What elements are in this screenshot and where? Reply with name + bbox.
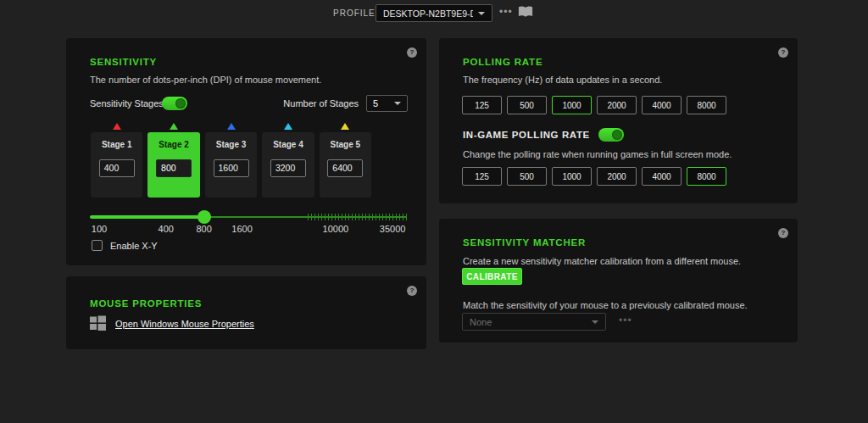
enable-xy-checkbox[interactable]	[92, 240, 103, 251]
sensitivity-stages-toggle[interactable]	[162, 97, 187, 110]
stage-label: Stage 1	[102, 140, 132, 149]
stage-card-5[interactable]: Stage 5 6400	[320, 132, 371, 198]
stage-card-1[interactable]: Stage 1 400	[91, 132, 142, 198]
polling-rate-button[interactable]: 500	[507, 96, 547, 114]
scale-label: 1600	[231, 224, 252, 234]
ingame-polling-description: Change the polling rate when running gam…	[463, 149, 732, 159]
ingame-polling-toggle[interactable]	[598, 128, 624, 142]
stage-marker-2	[170, 123, 178, 130]
scale-label: 10000	[323, 224, 349, 234]
toggle-knob	[612, 130, 622, 140]
toggle-knob	[175, 98, 186, 109]
sensitivity-description: The number of dots-per-inch (DPI) of mou…	[90, 75, 321, 85]
stage-cards-row: Stage 1 400 Stage 2 800 Stage 3 1600 Sta…	[91, 132, 371, 198]
sensitivity-panel: ? SENSITIVITY The number of dots-per-inc…	[66, 38, 426, 265]
stage-card-2[interactable]: Stage 2 800	[147, 132, 199, 198]
guide-book-icon[interactable]	[518, 6, 533, 19]
ingame-polling-button[interactable]: 500	[507, 167, 547, 186]
enable-xy-label: Enable X-Y	[110, 241, 158, 251]
ingame-polling-button[interactable]: 4000	[642, 167, 682, 186]
profile-dropdown-value: DESKTOP-N2BT9E9-D...	[383, 8, 473, 19]
help-icon[interactable]: ?	[778, 228, 788, 238]
ingame-polling-button[interactable]: 125	[462, 167, 502, 186]
stage-dpi-input[interactable]: 800	[156, 159, 192, 177]
number-of-stages-value: 5	[373, 98, 378, 109]
top-bar: PROFILE DESKTOP-N2BT9E9-D... •••	[0, 0, 868, 37]
stage-label: Stage 5	[331, 140, 361, 149]
polling-rate-button[interactable]: 1000	[552, 96, 592, 114]
sensitivity-matcher-panel: ? SENSITIVITY MATCHER Create a new sensi…	[439, 219, 798, 342]
slider-ticks	[305, 214, 407, 220]
polling-rate-button[interactable]: 8000	[687, 96, 726, 114]
polling-rate-title: POLLING RATE	[463, 57, 542, 67]
slider-scale-labels: 100 400 800 1600 10000 35000	[90, 224, 407, 236]
chevron-down-icon	[478, 12, 485, 15]
stage-dpi-input[interactable]: 1600	[214, 159, 249, 177]
calibrate-button[interactable]: CALIBRATE	[462, 268, 522, 285]
scale-label: 35000	[380, 224, 406, 234]
polling-rate-options: 125 500 1000 2000 4000 8000	[462, 96, 726, 114]
stage-marker-1	[113, 123, 121, 130]
calibrated-mouse-value: None	[470, 317, 492, 327]
sensitivity-title: SENSITIVITY	[90, 57, 157, 67]
stage-marker-5	[341, 123, 349, 130]
open-windows-mouse-properties-link[interactable]: Open Windows Mouse Properties	[115, 319, 254, 329]
calibrated-mouse-dropdown[interactable]: None	[462, 313, 606, 331]
chevron-down-icon	[592, 320, 598, 324]
stage-marker-3	[227, 123, 236, 130]
polling-rate-button[interactable]: 125	[462, 96, 502, 114]
polling-rate-description: The frequency (Hz) of data updates in a …	[463, 75, 662, 85]
help-icon[interactable]: ?	[407, 47, 417, 58]
chevron-down-icon	[394, 102, 401, 105]
ingame-polling-row: IN-GAME POLLING RATE	[463, 128, 624, 142]
slider-thumb[interactable]	[198, 210, 211, 224]
stage-marker-row	[91, 123, 371, 130]
matcher-description-2: Match the sensitivity of your mouse to a…	[463, 300, 748, 310]
scale-label: 800	[196, 224, 211, 234]
stage-label: Stage 3	[216, 140, 247, 149]
polling-rate-button[interactable]: 4000	[642, 96, 682, 114]
matcher-description-1: Create a new sensitivity matcher calibra…	[463, 256, 741, 266]
matcher-more-options-icon[interactable]: •••	[619, 314, 632, 326]
more-options-icon[interactable]: •••	[499, 6, 513, 18]
profile-dropdown[interactable]: DESKTOP-N2BT9E9-D...	[376, 4, 492, 22]
mouse-properties-row: Open Windows Mouse Properties	[90, 315, 254, 331]
sensitivity-matcher-title: SENSITIVITY MATCHER	[463, 237, 586, 248]
windows-logo-icon	[90, 315, 106, 331]
sensitivity-stages-label: Sensitivity Stages	[90, 98, 164, 109]
stage-label: Stage 2	[159, 140, 189, 149]
stage-area: Stage 1 400 Stage 2 800 Stage 3 1600 Sta…	[91, 123, 371, 198]
scale-label: 100	[92, 224, 107, 234]
stage-marker-4	[284, 123, 292, 130]
mouse-properties-panel: ? MOUSE PROPERTIES Open Windows Mouse Pr…	[66, 276, 426, 349]
number-of-stages-label: Number of Stages	[283, 98, 359, 109]
polling-rate-panel: ? POLLING RATE The frequency (Hz) of dat…	[439, 38, 798, 203]
polling-rate-button[interactable]: 2000	[597, 96, 637, 114]
ingame-polling-title: IN-GAME POLLING RATE	[463, 130, 590, 140]
number-of-stages-dropdown[interactable]: 5	[366, 95, 408, 112]
stage-dpi-input[interactable]: 6400	[327, 159, 363, 177]
help-icon[interactable]: ?	[778, 47, 788, 58]
ingame-polling-options: 125 500 1000 2000 4000 8000	[462, 167, 726, 186]
stage-label: Stage 4	[273, 140, 303, 149]
profile-label: PROFILE	[333, 8, 376, 18]
stage-dpi-input[interactable]: 3200	[270, 159, 306, 177]
stage-card-3[interactable]: Stage 3 1600	[205, 132, 257, 198]
stage-card-4[interactable]: Stage 4 3200	[262, 132, 314, 198]
stage-dpi-input[interactable]: 400	[99, 159, 135, 177]
mouse-properties-title: MOUSE PROPERTIES	[90, 298, 202, 309]
enable-xy-row: Enable X-Y	[92, 240, 158, 251]
help-icon[interactable]: ?	[407, 286, 417, 296]
scale-label: 400	[159, 224, 174, 234]
ingame-polling-button[interactable]: 2000	[597, 167, 637, 186]
dpi-slider[interactable]	[90, 210, 407, 224]
ingame-polling-button[interactable]: 1000	[552, 167, 592, 186]
ingame-polling-button[interactable]: 8000	[687, 167, 726, 186]
slider-fill	[90, 215, 204, 219]
